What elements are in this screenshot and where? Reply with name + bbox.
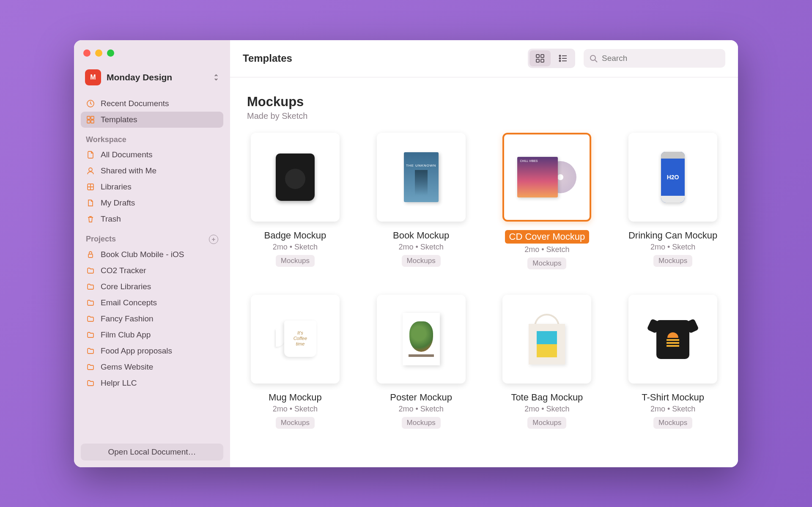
template-card[interactable]: Tote Bag Mockup 2mo • Sketch Mockups [499,295,595,429]
toolbar: Templates [230,40,738,77]
folder-icon [86,378,95,388]
workspace-name: Monday Design [107,72,208,82]
template-name: Tote Bag Mockup [511,392,583,403]
sidebar-project-item[interactable]: CO2 Tracker [81,263,223,279]
template-name: Book Mockup [393,230,449,241]
sidebar-section-workspace: Workspace [81,128,223,147]
sidebar-project-item[interactable]: Helpr LLC [81,375,223,391]
search-box[interactable] [584,49,725,68]
window-controls [81,49,223,66]
grid-icon [535,54,545,63]
template-grid: Badge Mockup 2mo • Sketch Mockups THE UN… [247,133,721,429]
template-thumbnail [377,295,466,384]
templates-icon [86,115,95,124]
clock-icon [86,99,95,108]
template-name: Badge Mockup [264,230,326,241]
open-local-document-button[interactable]: Open Local Document… [81,444,223,460]
template-tag: Mockups [402,417,441,429]
nav-item-label: My Drafts [101,198,135,208]
workspace-switcher[interactable]: M Monday Design [81,66,223,89]
svg-line-19 [595,60,597,62]
template-card[interactable]: THE UNKNOWN Book Mockup 2mo • Sketch Moc… [373,133,469,269]
workspace-icon: M [85,69,101,85]
template-meta: 2mo • Sketch [524,405,569,414]
list-icon [558,54,568,63]
nav-item-label: Gems Website [101,362,153,372]
nav-item-label: Food App proposals [101,346,172,356]
nav-item-label: Helpr LLC [101,378,137,388]
nav-item-label: Core Libraries [101,282,151,291]
minimize-window-button[interactable] [95,49,102,57]
library-icon [86,182,95,192]
add-project-button[interactable]: + [209,235,218,244]
svg-point-5 [89,168,92,171]
template-card[interactable]: CHILL VIBES CD Cover Mockup 2mo • Sketch… [499,133,595,269]
sidebar-section-label: Projects [86,235,116,244]
draft-icon [86,198,95,208]
svg-rect-3 [87,120,90,123]
svg-rect-4 [91,120,94,123]
template-name: T-Shirt Mockup [642,392,704,403]
folder-icon [86,266,95,275]
svg-rect-2 [91,116,94,119]
search-input[interactable] [602,54,719,63]
template-tag: Mockups [276,417,315,429]
folder-icon [86,362,95,372]
person-icon [86,166,95,175]
sidebar-project-item[interactable]: Email Concepts [81,295,223,311]
svg-rect-8 [536,55,539,58]
sidebar-project-item[interactable]: Core Libraries [81,279,223,295]
nav-item-label: Shared with Me [101,166,156,175]
nav-item-label: Film Club App [101,330,151,340]
list-view-button[interactable] [552,50,573,66]
sidebar-item-my-drafts[interactable]: My Drafts [81,195,223,211]
nav-item-label: Templates [101,115,137,124]
sidebar-project-item[interactable]: Book Club Mobile - iOS [81,247,223,263]
main-panel: Templates M [230,40,738,467]
template-card[interactable]: T-Shirt Mockup 2mo • Sketch Mockups [625,295,721,429]
fullscreen-window-button[interactable] [107,49,114,57]
template-thumbnail [251,133,340,222]
template-card[interactable]: It'sCoffeetime Mug Mockup 2mo • Sketch M… [247,295,343,429]
documents-icon [86,150,95,159]
sidebar-item-recent-documents[interactable]: Recent Documents [81,96,223,112]
svg-point-18 [590,55,595,60]
trash-icon [86,214,95,224]
template-tag: Mockups [402,255,441,267]
view-toggle [528,49,575,68]
template-card[interactable]: Badge Mockup 2mo • Sketch Mockups [247,133,343,269]
sidebar-project-item[interactable]: Food App proposals [81,343,223,359]
svg-rect-11 [541,59,544,62]
sidebar-section-label: Workspace [86,135,126,144]
sidebar-section-projects: Projects + [81,227,223,247]
lock-icon [86,250,95,259]
nav-item-label: Email Concepts [101,298,157,307]
sidebar-item-templates[interactable]: Templates [81,112,223,128]
template-card[interactable]: Poster Mockup 2mo • Sketch Mockups [373,295,469,429]
sidebar: M Monday Design Recent Documents Templat… [74,40,230,467]
template-thumbnail: It'sCoffeetime [251,295,340,384]
template-meta: 2mo • Sketch [524,245,569,254]
template-name: Drinking Can Mockup [628,230,717,241]
template-tag: Mockups [527,258,566,269]
template-thumbnail: H2O [628,133,717,222]
svg-point-12 [560,55,561,57]
sidebar-item-all-documents[interactable]: All Documents [81,147,223,163]
svg-point-14 [560,58,561,59]
template-thumbnail: THE UNKNOWN [377,133,466,222]
grid-view-button[interactable] [529,50,551,66]
sidebar-project-item[interactable]: Gems Website [81,359,223,375]
sidebar-item-libraries[interactable]: Libraries [81,179,223,195]
sidebar-item-shared-with-me[interactable]: Shared with Me [81,163,223,179]
template-meta: 2mo • Sketch [273,243,318,252]
svg-point-16 [560,60,561,62]
sidebar-project-item[interactable]: Film Club App [81,327,223,343]
template-card[interactable]: H2O Drinking Can Mockup 2mo • Sketch Moc… [625,133,721,269]
template-name: Mug Mockup [269,392,322,403]
template-meta: 2mo • Sketch [650,243,695,252]
sidebar-item-trash[interactable]: Trash [81,211,223,227]
close-window-button[interactable] [83,49,91,57]
sidebar-project-item[interactable]: Fancy Fashion [81,311,223,327]
nav-item-label: Trash [101,214,121,224]
template-name: CD Cover Mockup [505,230,590,244]
